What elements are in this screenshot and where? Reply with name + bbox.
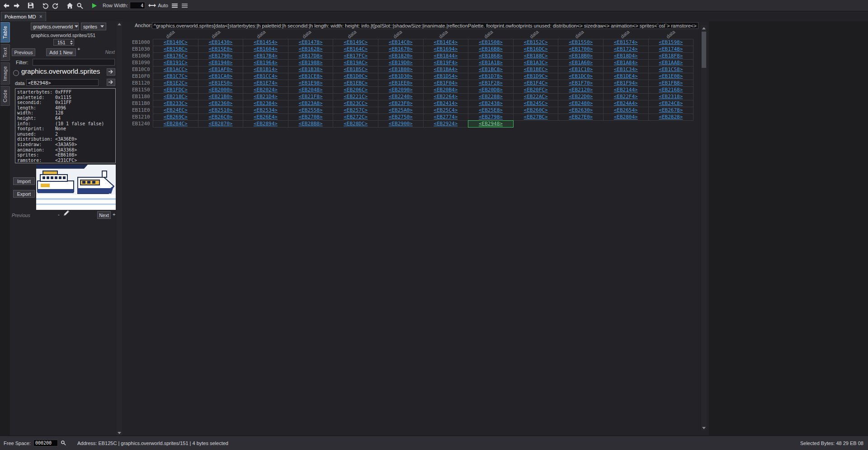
pointer-cell[interactable]: <EB18F8> — [648, 52, 694, 60]
pointer-cell[interactable]: <EB233C> — [153, 100, 198, 107]
pointer-cell[interactable]: <EB257C> — [333, 107, 378, 114]
pointer-cell[interactable]: <EB221C> — [333, 93, 378, 100]
layout-list-button[interactable] — [170, 1, 180, 10]
pointer-cell[interactable]: <EB1DE4> — [603, 73, 649, 80]
fit-width-button[interactable] — [147, 1, 157, 10]
export-button[interactable]: Export — [13, 190, 35, 198]
image-previous-button[interactable]: Previous — [12, 213, 30, 218]
pointer-cell[interactable]: <EB28B8> — [288, 120, 334, 128]
pointer-cell[interactable]: <EB1844> — [423, 52, 469, 60]
goto-data-button[interactable] — [107, 79, 115, 86]
pointer-cell[interactable]: <EB1E98> — [288, 80, 334, 87]
side-tab-image[interactable]: Image — [0, 62, 10, 85]
pointer-cell[interactable]: <EB1B5C> — [333, 66, 378, 73]
pointer-cell[interactable]: <EB1E50> — [198, 80, 244, 87]
pointer-cell[interactable]: <EB1E2C> — [153, 80, 198, 87]
pointer-cell[interactable]: <EB1478> — [288, 39, 334, 46]
pointer-cell[interactable]: <EB2144> — [603, 86, 649, 94]
pointer-cell[interactable]: <EB25A0> — [378, 107, 424, 114]
pointer-cell[interactable]: <EB22AC> — [513, 93, 559, 100]
goto-struct-button[interactable] — [107, 68, 115, 76]
row-width-input[interactable] — [130, 2, 145, 9]
pointer-cell[interactable]: <EB21D4> — [243, 93, 288, 100]
pointer-cell[interactable]: <EB14C0> — [378, 39, 424, 46]
pointer-cell[interactable]: <EB149C> — [333, 39, 378, 46]
pointer-cell[interactable]: <EB1B38> — [288, 66, 334, 73]
pointer-cell[interactable]: <EB1C7C> — [153, 73, 198, 80]
scrollbar-thumb[interactable] — [702, 32, 706, 68]
pointer-cell[interactable]: <EB1820> — [378, 52, 424, 60]
tab-pokemon-md[interactable]: Pokemon MD × — [1, 12, 46, 21]
pointer-cell[interactable]: <EB15E0> — [198, 46, 244, 53]
edit-pencil-button[interactable] — [61, 209, 71, 219]
pointer-cell[interactable]: <EB2924> — [423, 120, 469, 128]
pointer-cell[interactable]: <EB23CC> — [333, 100, 378, 107]
pointer-cell-selected[interactable]: <EB2948> — [468, 120, 514, 128]
pointer-cell[interactable]: <EB23A8> — [288, 100, 334, 107]
import-button[interactable]: Import — [13, 177, 35, 185]
pointer-cell[interactable]: <EB1EBC> — [333, 80, 378, 87]
pointer-cell[interactable]: <EB1B14> — [243, 66, 288, 73]
next-entry-button[interactable]: Next — [105, 49, 115, 55]
pointer-cell[interactable]: <EB1FDC> — [153, 86, 198, 94]
pointer-cell[interactable]: <EB206C> — [333, 86, 378, 94]
scroll-up-button[interactable] — [117, 21, 122, 27]
pointer-cell[interactable]: <EB21B0> — [198, 93, 244, 100]
pointer-cell[interactable]: <EB18D4> — [603, 52, 649, 60]
pointer-cell[interactable]: <EB1550> — [558, 39, 604, 46]
pointer-cell[interactable]: <EB17FC> — [333, 52, 378, 60]
pointer-cell[interactable]: <EB28DC> — [333, 120, 378, 128]
pointer-cell[interactable]: <EB2798> — [468, 114, 514, 121]
previous-entry-button[interactable]: Previous — [12, 48, 35, 56]
pointer-cell[interactable]: <EB1A84> — [603, 59, 649, 66]
pointer-cell[interactable]: <EB1C58> — [648, 66, 694, 73]
pointer-cell[interactable]: <EB1454> — [243, 39, 288, 46]
add-new-button[interactable]: Add 1 New — [46, 48, 76, 56]
free-space-search-button[interactable] — [59, 439, 67, 447]
side-tab-table[interactable]: Table — [0, 22, 10, 43]
pointer-cell[interactable]: <EB1FB8> — [648, 80, 694, 87]
pointer-cell[interactable]: <EB19AC> — [333, 59, 378, 66]
pointer-cell[interactable]: <EB1B80> — [378, 66, 424, 73]
spinner-arrows-icon[interactable] — [70, 40, 73, 45]
pointer-cell[interactable]: <EB1748> — [648, 46, 694, 53]
pointer-cell[interactable]: <EB16B8> — [468, 46, 514, 53]
left-scrollbar[interactable] — [117, 21, 122, 436]
pointer-cell[interactable]: <EB1940> — [198, 59, 244, 66]
pointer-cell[interactable]: <EB26E4> — [243, 114, 288, 121]
home-button[interactable] — [65, 1, 75, 10]
pointer-cell[interactable]: <EB1700> — [558, 46, 604, 53]
pointer-cell[interactable]: <EB245C> — [513, 100, 559, 107]
pointer-cell[interactable]: <EB1AA8> — [648, 59, 694, 66]
pointer-cell[interactable]: <EB2438> — [468, 100, 514, 107]
pointer-cell[interactable]: <EB2264> — [423, 93, 469, 100]
pointer-cell[interactable]: <EB1868> — [468, 52, 514, 60]
pointer-cell[interactable]: <EB1D0C> — [333, 73, 378, 80]
free-space-input[interactable] — [33, 440, 58, 446]
pointer-cell[interactable]: <EB1D78> — [468, 73, 514, 80]
pointer-cell[interactable]: <EB1CE8> — [288, 73, 334, 80]
pointer-cell[interactable]: <EB284C> — [153, 120, 198, 128]
pointer-cell[interactable]: <EB18B0> — [558, 52, 604, 60]
pointer-cell[interactable]: <EB140C> — [153, 39, 198, 46]
pointer-cell[interactable]: <EB2090> — [378, 86, 424, 94]
pointer-cell[interactable]: <EB1574> — [603, 39, 649, 46]
pointer-cell[interactable]: <EB2870> — [198, 120, 244, 128]
pointer-cell[interactable]: <EB20FC> — [513, 86, 559, 94]
pointer-cell[interactable]: <EB2534> — [243, 107, 288, 114]
pointer-cell[interactable]: <EB1604> — [243, 46, 288, 53]
pointer-cell[interactable]: <EB188C> — [513, 52, 559, 60]
pointer-cell[interactable]: <EB191C> — [153, 59, 198, 66]
pointer-cell[interactable]: <EB2894> — [243, 120, 288, 128]
pointer-cell[interactable]: <EB2360> — [198, 100, 244, 107]
pointer-cell[interactable]: <EB176C> — [153, 52, 198, 60]
pointer-cell[interactable]: <EB1F04> — [423, 80, 469, 87]
search-button[interactable] — [75, 1, 85, 10]
pointer-cell[interactable]: <EB2750> — [378, 114, 424, 121]
pointer-cell[interactable]: <EB2828> — [648, 114, 694, 121]
pointer-cell[interactable]: <EB2510> — [198, 107, 244, 114]
pointer-cell[interactable]: <EB1A18> — [468, 59, 514, 66]
scrollbar-track[interactable] — [701, 31, 707, 425]
pointer-cell[interactable]: <EB2558> — [288, 107, 334, 114]
scroll-down-button[interactable] — [117, 430, 122, 436]
